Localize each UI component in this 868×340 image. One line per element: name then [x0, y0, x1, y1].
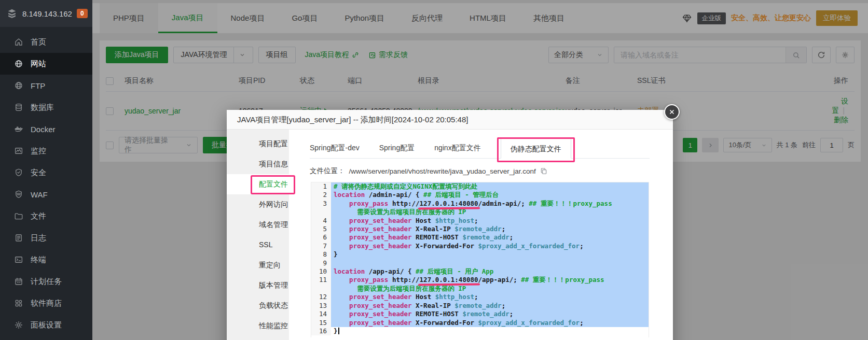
message-count-badge[interactable]: 0: [77, 9, 88, 18]
modal-close-button[interactable]: [664, 104, 680, 120]
code-line[interactable]: 5 proxy_set_header X-Real-IP $remote_add…: [311, 225, 649, 233]
sidebar-item-logs[interactable]: 日志: [0, 227, 92, 249]
code-line[interactable]: 7 proxy_set_header X-Forwarded-For $prox…: [311, 242, 649, 250]
code-line[interactable]: 8}: [311, 250, 649, 259]
config-code-editor[interactable]: 1# 请将伪静态规则或自定义NGINX配置填写到此处2location /adm…: [311, 182, 649, 337]
line-number: 12: [311, 293, 331, 301]
sidebar-item-label: 首页: [31, 37, 46, 47]
modal-menu-domain-manage[interactable]: 域名管理: [227, 215, 289, 235]
waf-shield-icon: [14, 190, 23, 199]
file-location-path: /www/server/panel/vhost/rewrite/java_yud…: [349, 167, 536, 175]
sidebar-item-monitor[interactable]: 监控: [0, 140, 92, 162]
sidebar-item-label: 面板设置: [31, 320, 62, 330]
sidebar-item-docker[interactable]: Docker: [0, 118, 92, 140]
code-line[interactable]: 11 proxy_pass http://127.0.0.1:48080/app…: [311, 276, 649, 284]
line-number: 3: [311, 200, 331, 208]
schedule-icon: [14, 277, 23, 286]
modal-title: JAVA项目管理[yudao_server_jar] -- 添加时间[2024-…: [227, 110, 673, 130]
code-line[interactable]: 10location /app-api/ { ## 后端项目 - 用户 App: [311, 267, 649, 276]
modal-side-menu: 项目配置项目信息配置文件外网访问域名管理SSL重定向版本管理负载状态性能监控: [227, 130, 289, 340]
folder-icon: [14, 211, 23, 221]
code-line[interactable]: 15 proxy_set_header X-Forwarded-For $pro…: [311, 319, 649, 327]
sidebar-item-label: 安全: [31, 168, 46, 178]
code-line[interactable]: 需要设置为后端项目所在服务器的 IP: [311, 208, 649, 216]
globe-icon: [14, 59, 23, 68]
sidebar-item-label: 日志: [31, 233, 46, 243]
gear-icon: [14, 320, 23, 330]
sidebar-item-cron[interactable]: 计划任务: [0, 271, 92, 292]
monitor-icon: [14, 146, 23, 155]
line-number: 6: [311, 233, 331, 242]
code-line[interactable]: 1# 请将伪静态规则或自定义NGINX配置填写到此处: [311, 182, 649, 191]
panel-logo-icon: [6, 8, 18, 19]
sidebar-item-label: 终端: [31, 255, 46, 265]
config-tabs: Spring配置-devSpring配置nginx配置文件伪静态配置文件: [310, 138, 650, 159]
line-number: 16: [311, 327, 331, 335]
ftp-icon: [14, 81, 23, 90]
copy-icon[interactable]: [540, 167, 547, 175]
sidebar-item-terminal[interactable]: 终端: [0, 249, 92, 271]
sidebar-item-label: FTP: [31, 81, 45, 90]
line-number: 5: [311, 225, 331, 233]
code-line[interactable]: 12 proxy_set_header Host $http_host;: [311, 293, 649, 301]
line-number: 15: [311, 319, 331, 327]
sidebar-item-label: 文件: [31, 211, 46, 221]
store-icon: [14, 299, 23, 308]
modal-menu-project-info[interactable]: 项目信息: [227, 154, 289, 174]
code-line[interactable]: 6 proxy_set_header REMOTE-HOST $remote_a…: [311, 233, 649, 242]
sidebar-item-label: 软件商店: [31, 299, 62, 308]
line-number: 8: [311, 250, 331, 259]
code-line[interactable]: 需要设置为后端项目所在服务器的 IP: [311, 285, 649, 293]
line-number: 14: [311, 310, 331, 318]
line-number: 9: [311, 259, 331, 267]
sidebar-item-panel-settings[interactable]: 面板设置: [0, 314, 92, 336]
modal-menu-redirect[interactable]: 重定向: [227, 255, 289, 275]
sidebar-item-security[interactable]: 安全: [0, 162, 92, 183]
sidebar-item-waf[interactable]: WAF: [0, 183, 92, 205]
code-line[interactable]: 9: [311, 259, 649, 267]
code-line[interactable]: 4 proxy_set_header Host $http_host;: [311, 217, 649, 225]
config-tab-nginx-conf[interactable]: nginx配置文件: [434, 137, 480, 158]
sidebar-item-site[interactable]: 网站: [0, 53, 92, 75]
server-ip: 8.149.143.162: [22, 9, 72, 18]
sidebar-item-ftp[interactable]: FTP: [0, 75, 92, 96]
line-number: [311, 285, 331, 293]
modal-menu-config-file[interactable]: 配置文件: [227, 174, 289, 194]
config-tab-spring[interactable]: Spring配置: [379, 137, 415, 158]
file-location-row: 文件位置： /www/server/panel/vhost/rewrite/ja…: [310, 166, 650, 176]
sidebar-item-database[interactable]: 数据库: [0, 96, 92, 118]
docker-icon: [14, 124, 23, 134]
sidebar-item-home[interactable]: 首页: [0, 31, 92, 53]
code-line[interactable]: 14 proxy_set_header REMOTE-HOST $remote_…: [311, 310, 649, 318]
sidebar-header: 8.149.143.162 0: [0, 0, 92, 27]
code-line[interactable]: 16}: [311, 327, 649, 335]
terminal-icon: [14, 255, 23, 264]
close-icon: [668, 108, 676, 116]
config-tab-rewrite-conf[interactable]: 伪静态配置文件: [501, 138, 571, 159]
java-project-modal: JAVA项目管理[yudao_server_jar] -- 添加时间[2024-…: [227, 110, 673, 340]
sidebar-item-files[interactable]: 文件: [0, 205, 92, 227]
line-number: 7: [311, 242, 331, 250]
home-icon: [14, 37, 23, 47]
modal-menu-external-access[interactable]: 外网访问: [227, 194, 289, 215]
modal-menu-ssl[interactable]: SSL: [227, 235, 289, 255]
shield-check-icon: [14, 168, 23, 177]
text-cursor: [338, 328, 339, 334]
code-line[interactable]: 2location /admin-api/ { ## 后端项目 - 管理后台: [311, 191, 649, 199]
line-number: 1: [311, 182, 331, 191]
sidebar-item-appstore[interactable]: 软件商店: [0, 292, 92, 314]
database-icon: [14, 103, 23, 112]
sidebar-item-label: 数据库: [31, 103, 54, 112]
config-tab-spring-dev[interactable]: Spring配置-dev: [310, 137, 360, 158]
modal-menu-performance[interactable]: 性能监控: [227, 316, 289, 336]
code-line[interactable]: 13 proxy_set_header X-Real-IP $remote_ad…: [311, 302, 649, 310]
modal-menu-load-status[interactable]: 负载状态: [227, 295, 289, 316]
log-icon: [14, 233, 23, 243]
line-number: 11: [311, 276, 331, 284]
line-number: [311, 208, 331, 216]
modal-menu-version-manage[interactable]: 版本管理: [227, 275, 289, 295]
sidebar-item-label: 网站: [31, 59, 46, 69]
line-number: 4: [311, 217, 331, 225]
code-line[interactable]: 3 proxy_pass http://127.0.0.1:48080/admi…: [311, 200, 649, 208]
modal-menu-project-config[interactable]: 项目配置: [227, 134, 289, 154]
